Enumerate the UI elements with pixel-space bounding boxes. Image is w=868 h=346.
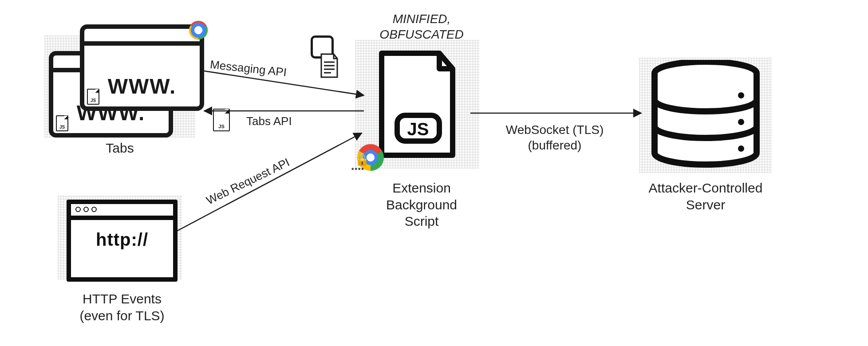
minified-obfuscated-annotation: MINIFIED, OBFUSCATED: [355, 11, 488, 42]
tabs-api-label: Tabs API: [246, 114, 292, 128]
js-file-icon: JS: [213, 109, 230, 131]
messaging-api-label: Messaging API: [209, 58, 288, 79]
web-request-api-arrow: [178, 133, 362, 231]
database-icon: [648, 60, 763, 171]
web-request-api-label: Web Request API: [204, 155, 292, 208]
diagram-stage: { "nodes": { "tabs": { "label": "Tabs", …: [0, 0, 868, 346]
http-window-icon: http://: [67, 200, 178, 282]
www-text: WWW.: [84, 74, 200, 98]
js-badge-text: JS: [407, 119, 429, 139]
server-label: Attacker-Controlled Server: [621, 180, 790, 213]
chrome-icon: [189, 21, 208, 39]
http-text: http://: [71, 230, 173, 250]
js-file-icon: JS: [87, 89, 99, 105]
websocket-label: WebSocket (TLS) (buffered): [484, 122, 626, 153]
document-lines-icon: [320, 53, 339, 78]
extension-script-label: Extension Background Script: [351, 180, 493, 230]
svg-point-6: [738, 92, 744, 98]
lock-icon: 🔒: [355, 153, 369, 167]
js-document-icon: JS: [373, 49, 462, 160]
tabs-label: Tabs: [53, 140, 186, 157]
svg-point-7: [738, 119, 744, 125]
js-file-icon: JS: [56, 115, 68, 131]
password-stars: ****: [351, 166, 365, 173]
browser-tab-window-front: WWW. JS: [80, 24, 204, 111]
svg-point-8: [738, 145, 744, 152]
http-events-label: HTTP Events (even for TLS): [49, 291, 195, 324]
